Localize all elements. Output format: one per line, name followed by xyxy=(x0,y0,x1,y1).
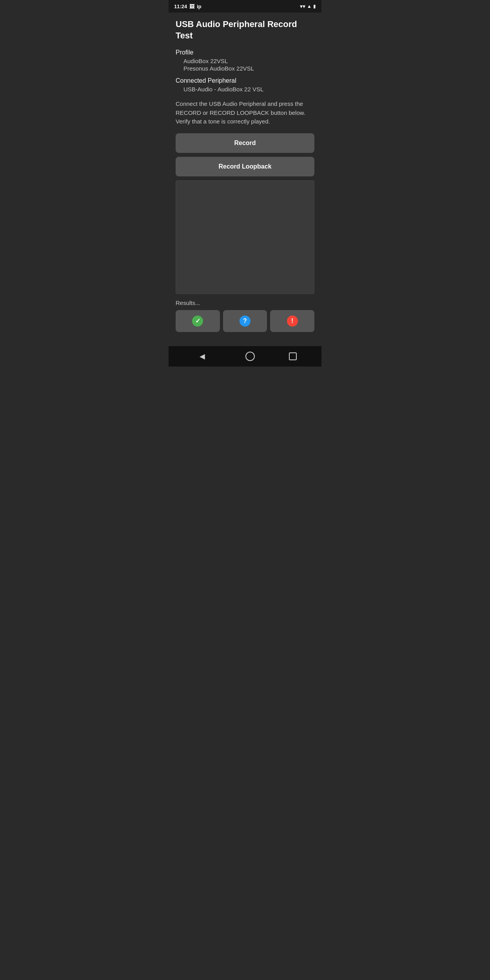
image-icon: 🖼 xyxy=(189,4,194,9)
status-bar: 11:24 🖼 ip ▾▾ ▲ ▮ xyxy=(169,0,321,13)
status-icons: ▾▾ ▲ ▮ xyxy=(300,3,316,9)
connected-value: USB-Audio - AudioBox 22 VSL xyxy=(176,86,314,93)
main-content: USB Audio Peripheral Record Test Profile… xyxy=(169,13,321,346)
pass-icon: ✓ xyxy=(192,316,203,327)
fail-button[interactable]: ! xyxy=(270,310,314,332)
pass-button[interactable]: ✓ xyxy=(176,310,220,332)
signal-icon: ▲ xyxy=(307,4,312,9)
wifi-icon: ▾▾ xyxy=(300,3,305,9)
nav-bar: ◀ xyxy=(169,346,321,367)
profile-line2: Presonus AudioBox 22VSL xyxy=(176,65,314,72)
record-loopback-button[interactable]: Record Loopback xyxy=(176,157,314,176)
connected-peripheral-section: Connected Peripheral USB-Audio - AudioBo… xyxy=(176,77,314,93)
unknown-icon: ? xyxy=(240,316,250,327)
profile-line1: AudioBox 22VSL xyxy=(176,58,314,64)
time-display: 11:24 xyxy=(174,4,187,9)
unknown-button[interactable]: ? xyxy=(223,310,267,332)
instruction-text: Connect the USB Audio Peripheral and pre… xyxy=(176,100,314,126)
record-button[interactable]: Record xyxy=(176,133,314,153)
connected-label: Connected Peripheral xyxy=(176,77,314,84)
profile-label: Profile xyxy=(176,49,314,56)
status-left: 11:24 🖼 ip xyxy=(174,4,201,9)
page-title: USB Audio Peripheral Record Test xyxy=(176,19,314,41)
back-button[interactable]: ◀ xyxy=(193,350,211,362)
fail-icon: ! xyxy=(287,316,298,327)
results-label: Results... xyxy=(176,299,314,306)
ip-label: ip xyxy=(197,4,201,9)
profile-section: Profile AudioBox 22VSL Presonus AudioBox… xyxy=(176,49,314,73)
battery-icon: ▮ xyxy=(313,4,316,9)
recent-button[interactable] xyxy=(289,352,297,360)
waveform-display xyxy=(176,180,314,294)
home-button[interactable] xyxy=(245,352,255,361)
results-buttons: ✓ ? ! xyxy=(176,310,314,332)
